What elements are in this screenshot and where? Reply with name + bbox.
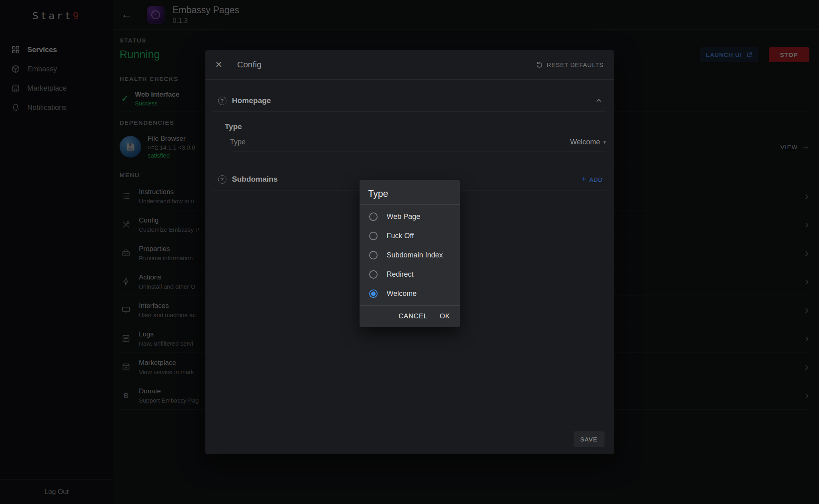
radio-option-label: Fuck Off: [387, 232, 414, 240]
radio-option-label: Subdomain Index: [387, 251, 443, 259]
type-dialog: Type Web Page Fuck Off Subdomain Index R…: [360, 180, 460, 327]
radio-icon: [369, 232, 378, 240]
radio-option-subdomain-index[interactable]: Subdomain Index: [360, 245, 460, 265]
radio-option-redirect[interactable]: Redirect: [360, 265, 460, 284]
radio-option-label: Welcome: [387, 289, 417, 298]
radio-icon: [369, 270, 378, 279]
radio-icon: [369, 213, 378, 221]
type-dialog-header: Type: [360, 180, 460, 205]
type-radio-group: Web Page Fuck Off Subdomain Index Redire…: [360, 205, 460, 305]
radio-option-fuck-off[interactable]: Fuck Off: [360, 226, 460, 245]
radio-icon: [369, 289, 378, 298]
cancel-button[interactable]: CANCEL: [398, 312, 428, 320]
radio-option-welcome[interactable]: Welcome: [360, 284, 460, 303]
ok-button[interactable]: OK: [440, 312, 450, 320]
radio-option-web-page[interactable]: Web Page: [360, 207, 460, 226]
type-dialog-title: Type: [368, 188, 451, 199]
radio-option-label: Web Page: [387, 213, 421, 221]
type-dialog-footer: CANCEL OK: [360, 305, 460, 327]
radio-icon: [369, 251, 378, 259]
radio-option-label: Redirect: [387, 270, 414, 279]
screen: Start9 Services Embassy Marketplace: [0, 0, 819, 504]
